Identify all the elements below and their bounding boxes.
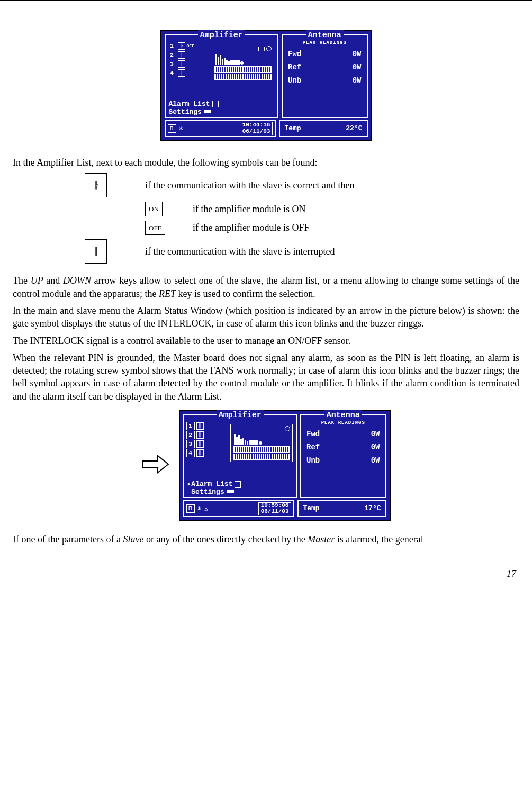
datetime-box: 10:44:16 06/11/03 <box>240 122 273 135</box>
unb-value: 0W <box>371 456 380 466</box>
comm-ok-desc: if the communication with the slave is c… <box>145 179 519 192</box>
amp-slot-3: 3 <box>168 60 176 68</box>
date-value: 06/11/03 <box>242 129 270 135</box>
paragraph-intro: In the Amplifier List, next to each modu… <box>13 156 519 169</box>
temp-value: 22°C <box>346 124 362 133</box>
amp-slot-2: 2 <box>168 51 176 59</box>
amp-slot-1: 1 <box>186 422 195 430</box>
comm-int-icon: ║ <box>196 440 204 448</box>
list-icon <box>212 101 219 107</box>
amp-slot-1: 1 <box>168 42 176 50</box>
arrow-right-icon <box>142 454 169 478</box>
paragraph-alarm-status: In the main and slave menu the Alarm Sta… <box>13 304 519 330</box>
bell-icon: △ <box>204 505 208 513</box>
paragraph-updown: The UP and DOWN arrow keys allow to sele… <box>13 274 519 300</box>
alarm-status-window: ⊓ ✻ △ 10:59:06 06/11/03 <box>183 500 295 517</box>
comm-ok-symbol: ╠ <box>85 173 107 197</box>
settings-menu: Settings <box>191 488 224 496</box>
amp-slot-2: 2 <box>186 431 195 439</box>
amp-off-label: OFF <box>187 43 194 49</box>
comm-int-icon: ║ <box>178 51 185 59</box>
alarm-list-menu: Alarm List <box>169 100 210 108</box>
amp-slot-3: 3 <box>186 440 195 448</box>
temp-value: 17°C <box>364 504 381 513</box>
ref-value: 0W <box>353 62 362 73</box>
antenna-panel: Antenna PEAK READINGS Fwd0W Ref0W Unb0W <box>282 34 367 118</box>
fan-icon: ✻ <box>179 125 183 133</box>
comm-int-symbol: ║ <box>85 239 107 264</box>
amp-slot-4: 4 <box>186 449 195 457</box>
ref-label: Ref <box>288 62 301 73</box>
date-value: 06/11/03 <box>261 509 289 515</box>
paragraph-interlock: The INTERLOCK signal is a control availa… <box>13 334 519 347</box>
paragraph-pin: When the relevant PIN is grounded, the M… <box>13 351 519 403</box>
comm-ok-icon: ╠ <box>178 42 185 50</box>
amp-slot-4: 4 <box>168 69 176 77</box>
amplifier-title: Amplifier <box>198 30 245 41</box>
antenna-panel: Antenna PEAK READINGS Fwd0W Ref0W Unb0W <box>300 414 386 498</box>
fan-icon: ✻ <box>198 505 202 513</box>
datetime-box: 10:59:06 06/11/03 <box>258 502 292 515</box>
amplifier-title: Amplifier <box>217 410 264 421</box>
on-desc: if the amplifier module is ON <box>193 203 519 215</box>
comm-int-icon: ║ <box>178 69 185 77</box>
unb-label: Unb <box>288 76 301 86</box>
ref-label: Ref <box>306 442 320 453</box>
unb-value: 0W <box>353 76 362 86</box>
fwd-value: 0W <box>353 49 362 59</box>
alarm-list-menu: Alarm List <box>191 480 232 488</box>
temp-label: Temp <box>303 504 319 513</box>
lcd-screenshot-2: Amplifier 1║ 2║ 3║ 4║ <box>179 410 391 521</box>
comm-int-icon: ║ <box>196 422 204 430</box>
fwd-label: Fwd <box>288 49 301 59</box>
lcd-screenshot-1: Amplifier 1╠OFF 2║ 3║ 4║ <box>13 30 519 141</box>
off-box: OFF <box>145 221 165 236</box>
unb-label: Unb <box>306 456 320 466</box>
paragraph-final: If one of the parameters of a Slave or a… <box>13 533 519 546</box>
on-box: ON <box>145 202 163 216</box>
list-icon <box>235 481 241 488</box>
comm-int-desc: if the communication with the slave is i… <box>145 245 519 258</box>
comm-int-icon: ║ <box>196 431 204 439</box>
plug-icon <box>204 110 211 113</box>
interlock-icon: ⊓ <box>186 504 195 513</box>
ref-value: 0W <box>371 442 380 453</box>
module-diagram-icon <box>230 424 293 462</box>
interlock-icon: ⊓ <box>168 124 176 133</box>
plug-icon <box>227 490 234 493</box>
temp-box: Temp 22°C <box>279 120 367 137</box>
temp-label: Temp <box>284 124 301 133</box>
amplifier-panel: Amplifier 1╠OFF 2║ 3║ 4║ <box>165 34 279 118</box>
fwd-value: 0W <box>371 429 380 439</box>
fwd-label: Fwd <box>306 429 320 439</box>
comm-int-icon: ║ <box>178 60 185 68</box>
temp-box: Temp 17°C <box>297 500 386 517</box>
off-desc: if the amplifier module is OFF <box>193 221 519 234</box>
comm-int-icon: ║ <box>196 449 204 457</box>
settings-menu: Settings <box>169 108 202 116</box>
amplifier-panel: Amplifier 1║ 2║ 3║ 4║ <box>183 414 297 498</box>
alarm-status-window: ⊓ ✻ 10:44:16 06/11/03 <box>165 120 276 137</box>
antenna-title: Antenna <box>324 410 362 421</box>
antenna-title: Antenna <box>306 30 344 41</box>
symbol-legend: ╠ if the communication with the slave is… <box>76 173 519 264</box>
module-diagram-icon <box>212 44 274 82</box>
page-number: 17 <box>13 565 519 580</box>
